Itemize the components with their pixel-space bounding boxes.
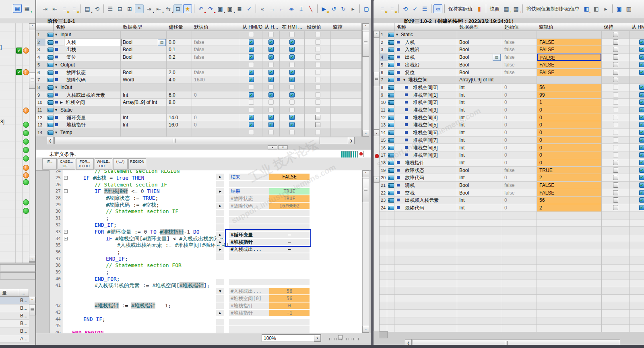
expander-icon[interactable]: ▼ — [402, 76, 406, 83]
code-line[interactable]: 32END_IF; — [50, 222, 363, 228]
hmi-accessible-checkbox[interactable]: ✔ — [639, 145, 644, 150]
bookmark-next-icon[interactable]: ↻ — [339, 4, 348, 13]
code-line[interactable]: 33−FOR #循环变量 := 0 TO #堆栈指针-1 DO — [50, 228, 363, 235]
code-line[interactable]: 28#故障状态 := TRUE; — [50, 195, 363, 201]
hmi-accessible-checkbox[interactable]: ✔ — [639, 190, 644, 195]
table-row[interactable]: 11▼Static — [36, 106, 361, 114]
hmi-accessible-checkbox[interactable]: ✔ — [249, 47, 254, 52]
retain-checkbox[interactable] — [613, 32, 618, 37]
table-row[interactable]: 23出栈或入栈元素Int056✔ — [380, 197, 644, 204]
hmi-writable-checkbox[interactable]: ✔ — [268, 47, 274, 52]
retain-checkbox[interactable] — [613, 115, 618, 120]
table-row[interactable]: 14▼Temp — [36, 129, 361, 137]
table-row[interactable]: 18堆栈指针Int00✔ — [380, 159, 644, 167]
snippet-tab-2[interactable]: CASE... OF... — [58, 158, 75, 170]
hmi-accessible-checkbox[interactable]: ✔ — [249, 70, 254, 75]
hmi-accessible-checkbox[interactable]: ✔ — [639, 122, 644, 127]
hmi-visible-checkbox[interactable]: ✔ — [289, 47, 295, 52]
code-line[interactable]: 24// Statement section REGION — [50, 170, 363, 174]
indent-icon[interactable]: → — [268, 4, 277, 13]
code-line[interactable]: 25−IF #出栈 = true THEN — [50, 174, 363, 181]
table-row[interactable]: 10▶堆栈空间Array[0..9] of Int8.0 — [36, 99, 361, 106]
hmi-accessible-checkbox[interactable]: ✔ — [639, 115, 644, 120]
retain-checkbox[interactable] — [613, 175, 618, 180]
retain-checkbox[interactable] — [613, 85, 618, 90]
add-row-icon[interactable]: ≡✱ — [60, 4, 69, 13]
scroll-down-button[interactable]: ⌄ — [362, 130, 369, 137]
hmi-visible-checkbox[interactable] — [289, 130, 295, 135]
column-header-dtype[interactable]: 数据类型 — [457, 23, 503, 31]
table-row[interactable]: 7故障代码Word4.016#0✔✔✔ — [36, 76, 361, 84]
hmi-accessible-checkbox[interactable] — [249, 32, 254, 37]
retain-checkbox[interactable] — [613, 130, 618, 135]
data-type-dropdown-button[interactable]: ▤ — [493, 54, 501, 61]
table-row[interactable]: 10堆栈空间[2]Int01✔ — [380, 99, 644, 106]
scroll-up-button[interactable]: ⌃ — [29, 23, 35, 30]
setpoint-checkbox[interactable] — [315, 39, 320, 45]
scroll-down-button[interactable]: ⌄ — [362, 326, 369, 333]
watch-row[interactable]: B... — [0, 320, 29, 327]
scroll-down-button[interactable]: ⌄ — [374, 129, 380, 136]
hmi-writable-checkbox[interactable] — [268, 130, 274, 135]
code-line[interactable]: 46END_REGION — [50, 329, 363, 333]
scroll-up-button[interactable]: ⌃ — [374, 31, 380, 38]
bg-vertical-scrollbar[interactable] — [29, 23, 35, 263]
remove-line-icon[interactable]: ╲ — [306, 4, 315, 13]
column-header-h1[interactable]: 从 HMI/OPC.. — [240, 23, 263, 31]
hmi-visible-checkbox[interactable]: ✔ — [289, 77, 295, 82]
hmi-accessible-checkbox[interactable]: ✔ — [249, 115, 254, 120]
retain-checkbox[interactable] — [613, 92, 618, 97]
monitor-toggle-icon[interactable]: ▢ — [362, 4, 371, 13]
snippet-tab-5[interactable]: (*...*) — [113, 158, 128, 170]
hmi-writable-checkbox[interactable] — [268, 99, 274, 105]
table-row[interactable]: 5出栈沿BoolfalseFALSE✔ — [380, 61, 644, 69]
hmi-visible-checkbox[interactable] — [289, 85, 295, 90]
table-row[interactable]: 2入栈Bool▤0.0false✔✔✔ — [36, 39, 361, 46]
table-row[interactable]: 9堆栈空间[1]Int099✔ — [380, 91, 644, 99]
retain-checkbox[interactable] — [613, 182, 618, 188]
hmi-accessible-checkbox[interactable]: ✔ — [639, 137, 644, 143]
code-line[interactable]: 45 — [50, 322, 363, 329]
goto-prev-icon[interactable]: « — [258, 4, 267, 13]
hmi-visible-checkbox[interactable] — [289, 107, 295, 112]
hmi-writable-checkbox[interactable] — [268, 32, 274, 37]
monitor-expand-arrow[interactable]: ▶ — [216, 203, 224, 209]
retain-checkbox[interactable] — [613, 190, 618, 195]
comment-toggle-icon[interactable]: ❝ — [135, 4, 144, 13]
monitor-expand-arrow[interactable]: ▶ — [216, 239, 224, 245]
hmi-accessible-checkbox[interactable]: ✔ — [639, 182, 644, 188]
hmi-accessible-checkbox[interactable]: ✔ — [639, 152, 644, 157]
scroll-left-button[interactable]: ❮ — [47, 137, 54, 144]
copy-db-all-icon[interactable]: ◧ — [592, 4, 601, 13]
expander-icon[interactable]: ▼ — [54, 84, 58, 91]
expander-icon[interactable]: ▼ — [54, 61, 58, 68]
retain-checkbox[interactable] — [613, 145, 618, 150]
code-line[interactable]: 29#故障代码 := #空栈; — [50, 201, 363, 208]
column-header-keep[interactable]: 保持 — [602, 23, 630, 31]
hmi-accessible-checkbox[interactable]: ✔ — [639, 39, 644, 45]
monitor-expand-arrow[interactable]: ▶ — [216, 246, 224, 253]
hmi-accessible-checkbox[interactable]: ✔ — [639, 175, 644, 180]
bookmark-prev-icon[interactable]: ↺ — [329, 4, 338, 13]
undo-error-icon[interactable]: ↶● — [196, 4, 205, 13]
zoom-select[interactable]: 100% ▼ — [262, 334, 321, 342]
hmi-accessible-checkbox[interactable]: ✔ — [249, 39, 254, 45]
hmi-writable-checkbox[interactable]: ✔ — [268, 39, 274, 45]
setpoint-checkbox[interactable] — [315, 77, 320, 82]
table-row[interactable]: 24最终代码Int02✔ — [380, 204, 644, 212]
column-header-h3[interactable]: 在 HMI ... — [280, 23, 305, 31]
hmi-writable-checkbox[interactable]: ✔ — [268, 122, 274, 127]
watch-row[interactable]: B... — [0, 304, 29, 312]
hmi-accessible-checkbox[interactable] — [249, 107, 254, 112]
table-row[interactable]: 5▼Output — [36, 61, 361, 69]
hmi-writable-checkbox[interactable]: ✔ — [268, 115, 274, 120]
setpoint-checkbox[interactable] — [315, 92, 320, 97]
code-line[interactable]: 27−IF #堆栈指针 <= 0 THEN — [50, 188, 363, 195]
table-row[interactable]: 4复位Bool0.2false✔✔✔ — [36, 54, 361, 61]
setpoint-checkbox[interactable] — [315, 85, 320, 90]
table-row[interactable]: 2入栈BoolfalseFALSE✔ — [380, 39, 644, 46]
overflow-caret[interactable]: ▸ — [601, 4, 610, 13]
table-row[interactable]: 6复位BoolfalseFALSE✔ — [380, 69, 644, 77]
hmi-visible-checkbox[interactable]: ✔ — [289, 70, 295, 75]
hmi-accessible-checkbox[interactable]: ✔ — [639, 130, 644, 135]
